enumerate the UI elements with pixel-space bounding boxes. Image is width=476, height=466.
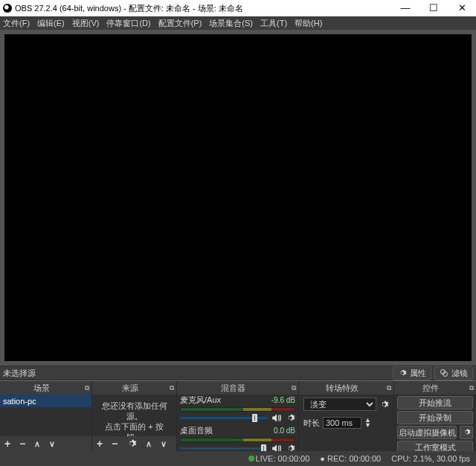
source-toolbar: 未选择源 属性 滤镜	[0, 366, 476, 380]
scenes-popout-icon[interactable]: ⧉	[83, 384, 91, 392]
transitions-title: 转场特效	[299, 383, 385, 394]
window-title: OBS 27.2.4 (64-bit, windows) - 配置文件: 未命名…	[15, 3, 391, 14]
sources-popout-icon[interactable]: ⧉	[167, 384, 176, 392]
close-button[interactable]: ✕	[448, 0, 476, 16]
no-source-selected-label: 未选择源	[0, 368, 393, 379]
sources-footer: + − ∧ ∨	[92, 436, 176, 451]
menu-dock[interactable]: 停靠窗口(D)	[106, 18, 150, 29]
mic-db: -9.6 dB	[271, 396, 295, 404]
sources-empty-hint: 您还没有添加任何源。 点击下面的 + 按钮， 或者右击此处添加一个。	[92, 395, 176, 436]
sources-panel: 来源⧉ 您还没有添加任何源。 点击下面的 + 按钮， 或者右击此处添加一个。 +…	[92, 381, 177, 451]
duration-label: 时长	[303, 418, 320, 429]
mixer-popout-icon[interactable]: ⧉	[289, 384, 298, 392]
controls-title: 控件	[394, 383, 467, 394]
menu-profile[interactable]: 配置文件(P)	[158, 18, 202, 29]
mic-settings-icon[interactable]	[286, 413, 295, 423]
transitions-popout-icon[interactable]: ⧉	[385, 384, 393, 392]
menu-file[interactable]: 文件(F)	[3, 18, 30, 29]
duration-input[interactable]	[323, 417, 361, 429]
preview-canvas[interactable]	[4, 34, 472, 361]
transition-select[interactable]: 淡变	[303, 398, 376, 411]
menu-view[interactable]: 视图(V)	[72, 18, 100, 29]
scene-down-button[interactable]: ∨	[49, 439, 55, 449]
mixer-title: 混音器	[177, 383, 289, 394]
scene-remove-button[interactable]: −	[19, 438, 25, 450]
mic-meter	[180, 407, 295, 412]
start-virtualcam-button[interactable]: 启动虚拟摄像机	[397, 426, 457, 439]
menu-edit[interactable]: 编辑(E)	[37, 18, 65, 29]
scenes-footer: + − ∧ ∨	[0, 436, 91, 451]
sources-title: 来源	[92, 383, 167, 394]
circles-icon	[440, 368, 448, 377]
mic-volume-slider[interactable]	[180, 417, 268, 419]
properties-button[interactable]: 属性	[393, 366, 431, 380]
desktop-db: 0.0 dB	[274, 427, 295, 435]
mixer-channel-mic: 麦克风/Aux-9.6 dB	[177, 395, 298, 423]
menu-scenecollection[interactable]: 场景集合(S)	[209, 18, 253, 29]
filters-button[interactable]: 滤镜	[434, 366, 473, 380]
desktop-meter	[180, 438, 295, 442]
scenes-title: 场景	[0, 383, 83, 394]
gear-icon	[398, 368, 407, 377]
source-gear-button[interactable]	[126, 438, 137, 449]
mic-label: 麦克风/Aux	[180, 395, 271, 406]
speaker-icon[interactable]	[271, 413, 283, 423]
source-remove-button[interactable]: −	[112, 438, 118, 450]
window-titlebar: OBS 27.2.4 (64-bit, windows) - 配置文件: 未命名…	[0, 0, 476, 16]
start-recording-button[interactable]: 开始录制	[397, 411, 473, 424]
status-dot-icon	[248, 456, 254, 462]
virtualcam-settings-button[interactable]	[460, 426, 473, 439]
desktop-settings-icon[interactable]	[286, 444, 295, 451]
transition-settings-icon[interactable]	[379, 400, 389, 409]
studio-mode-button[interactable]: 工作室模式	[397, 441, 473, 451]
scenes-panel: 场景⧉ sation-pc + − ∧ ∨	[0, 381, 92, 451]
cpu-status: CPU: 2.1%, 30.00 fps	[391, 454, 470, 463]
transitions-panel: 转场特效⧉ 淡变 时长 ▲▼	[299, 381, 394, 451]
source-add-button[interactable]: +	[97, 438, 103, 450]
speaker-icon[interactable]	[271, 444, 283, 451]
source-down-button[interactable]: ∨	[161, 439, 167, 449]
menubar: 文件(F) 编辑(E) 视图(V) 停靠窗口(D) 配置文件(P) 场景集合(S…	[0, 16, 476, 30]
mixer-panel: 混音器⧉ 麦克风/Aux-9.6 dB 桌面音频0.0 dB	[177, 381, 299, 451]
panels-row: 场景⧉ sation-pc + − ∧ ∨ 来源⧉ 您还没有添加任何源。 点击下…	[0, 380, 476, 451]
menu-tools[interactable]: 工具(T)	[260, 18, 287, 29]
minimize-button[interactable]: —	[391, 0, 419, 16]
scene-up-button[interactable]: ∧	[34, 439, 40, 449]
preview-area	[0, 30, 476, 366]
source-up-button[interactable]: ∧	[146, 439, 152, 449]
menu-help[interactable]: 帮助(H)	[295, 18, 322, 29]
start-streaming-button[interactable]: 开始推流	[397, 396, 473, 409]
mixer-channel-desktop: 桌面音频0.0 dB	[177, 425, 298, 451]
app-icon	[3, 4, 12, 13]
status-bar: LIVE: 00:00:00 ● REC: 00:00:00 CPU: 2.1%…	[0, 451, 476, 466]
scene-item[interactable]: sation-pc	[0, 395, 91, 407]
controls-panel: 控件⧉ 开始推流 开始录制 启动虚拟摄像机 工作室模式 设置 退出	[394, 381, 476, 451]
rec-status: REC: 00:00:00	[327, 454, 381, 463]
maximize-button[interactable]: ☐	[419, 0, 448, 16]
scene-add-button[interactable]: +	[4, 438, 10, 450]
duration-spinner[interactable]: ▲▼	[364, 418, 371, 428]
live-status: LIVE: 00:00:00	[256, 454, 310, 463]
desktop-label: 桌面音频	[180, 425, 274, 436]
desktop-volume-slider[interactable]	[180, 447, 268, 450]
controls-popout-icon[interactable]: ⧉	[467, 384, 476, 392]
